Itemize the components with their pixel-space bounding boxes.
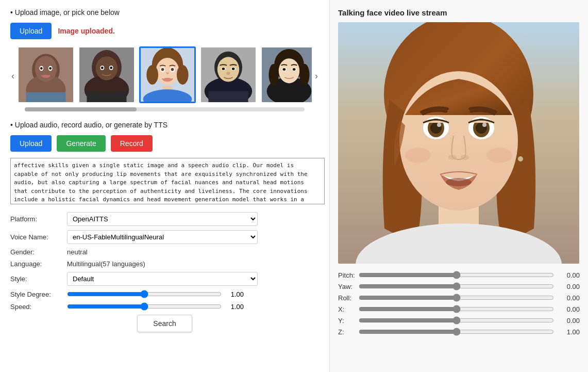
tts-textarea[interactable]: affective skills given a single static i… xyxy=(10,158,325,204)
gallery-prev-button[interactable]: ‹ xyxy=(10,71,15,82)
audio-buttons: Upload Generate Record xyxy=(10,135,319,152)
pitch-value: 0.00 xyxy=(554,271,580,279)
svg-point-70 xyxy=(518,156,523,161)
svg-point-49 xyxy=(293,68,296,71)
z-label: Z: xyxy=(338,328,359,336)
style-degree-slider[interactable] xyxy=(67,290,222,298)
image-upload-row: Upload Image uploaded. xyxy=(10,23,319,39)
gallery-scroll-track[interactable] xyxy=(25,107,305,111)
language-label: Language: xyxy=(10,260,67,268)
style-select[interactable]: Default Cheerful xyxy=(67,272,258,286)
speed-label: Speed: xyxy=(10,303,67,311)
controls-grid: Pitch: 0.00 Yaw: 0.00 Roll: 0.00 X: 0.00… xyxy=(338,271,580,336)
svg-point-69 xyxy=(486,148,512,163)
face-thumb-3[interactable] xyxy=(139,46,196,103)
speed-value: 1.00 xyxy=(226,303,244,311)
right-panel: Talking face video live stream xyxy=(330,0,588,372)
svg-point-8 xyxy=(42,75,49,78)
svg-point-60 xyxy=(437,123,441,127)
audio-section-title: Upload audio, record audio, or generate … xyxy=(10,121,319,129)
svg-point-28 xyxy=(163,78,172,82)
svg-rect-18 xyxy=(87,91,126,102)
gallery-scroll-thumb xyxy=(25,107,137,111)
gender-value: neutral xyxy=(67,248,319,256)
image-upload-button[interactable]: Upload xyxy=(10,23,52,39)
svg-point-67 xyxy=(446,178,472,186)
svg-point-3 xyxy=(35,56,57,82)
video-preview xyxy=(338,22,579,264)
svg-point-50 xyxy=(268,64,278,86)
x-label: X: xyxy=(338,305,359,313)
svg-point-38 xyxy=(232,68,235,70)
svg-point-26 xyxy=(161,68,164,71)
svg-point-66 xyxy=(461,155,469,160)
svg-point-27 xyxy=(171,68,174,71)
platform-label: Platform: xyxy=(10,215,67,223)
right-panel-title: Talking face video live stream xyxy=(338,8,580,17)
audio-upload-button[interactable]: Upload xyxy=(10,135,52,152)
style-degree-label: Style Degree: xyxy=(10,290,67,298)
gallery-scrollbar xyxy=(10,107,319,111)
z-slider[interactable] xyxy=(359,328,554,336)
search-button[interactable]: Search xyxy=(137,315,192,332)
face-gallery xyxy=(18,46,312,103)
face-thumb-5[interactable] xyxy=(261,46,312,103)
yaw-value: 0.00 xyxy=(554,283,580,290)
z-value: 1.00 xyxy=(554,328,580,336)
svg-point-30 xyxy=(177,65,189,85)
face-thumb-1[interactable] xyxy=(18,46,74,103)
x-value: 0.00 xyxy=(554,305,580,313)
svg-point-37 xyxy=(222,68,225,70)
roll-value: 0.00 xyxy=(554,294,580,302)
upload-status: Image uploaded. xyxy=(58,27,114,35)
svg-point-65 xyxy=(448,155,457,160)
audio-generate-button[interactable]: Generate xyxy=(57,135,105,152)
search-btn-area: Search xyxy=(10,315,319,332)
svg-point-51 xyxy=(299,64,309,86)
svg-point-7 xyxy=(49,67,52,70)
audio-record-button[interactable]: Record xyxy=(111,135,153,152)
svg-point-17 xyxy=(110,67,112,69)
svg-point-48 xyxy=(282,68,285,71)
style-degree-value: 1.00 xyxy=(226,290,244,298)
gender-label: Gender: xyxy=(10,248,67,256)
platform-select[interactable]: OpenAITTS Azure TTS xyxy=(67,212,258,226)
svg-point-16 xyxy=(101,67,104,69)
left-panel: Upload image, or pick one below Upload I… xyxy=(0,0,330,372)
image-section-title: Upload image, or pick one below xyxy=(10,8,319,17)
yaw-label: Yaw: xyxy=(338,283,359,290)
face-thumb-2[interactable] xyxy=(78,46,135,103)
speed-row: 1.00 xyxy=(67,302,319,311)
style-label: Style: xyxy=(10,275,67,283)
svg-point-45 xyxy=(279,58,299,83)
svg-point-68 xyxy=(405,148,431,163)
voice-name-select[interactable]: en-US-FableMultilingualNeural en-US-Aria… xyxy=(67,230,258,244)
yaw-slider[interactable] xyxy=(359,282,554,290)
svg-point-64 xyxy=(482,123,486,127)
roll-label: Roll: xyxy=(338,294,359,302)
svg-rect-9 xyxy=(26,92,65,102)
gallery-next-button[interactable]: › xyxy=(314,71,319,82)
face-thumb-4[interactable] xyxy=(200,46,257,103)
x-slider[interactable] xyxy=(359,305,554,313)
style-degree-row: 1.00 xyxy=(67,290,319,298)
svg-point-13 xyxy=(96,56,117,80)
tts-form: Platform: OpenAITTS Azure TTS Voice Name… xyxy=(10,212,319,311)
y-label: Y: xyxy=(338,317,359,325)
svg-point-6 xyxy=(40,67,43,70)
face-gallery-wrapper: ‹ xyxy=(10,46,319,105)
y-slider[interactable] xyxy=(359,316,554,325)
language-value: Multilingual(57 languages) xyxy=(67,260,319,268)
y-value: 0.00 xyxy=(554,317,580,325)
audio-section: Upload audio, record audio, or generate … xyxy=(10,121,319,206)
speed-slider[interactable] xyxy=(67,302,222,311)
pitch-label: Pitch: xyxy=(338,271,359,279)
svg-point-29 xyxy=(146,65,158,85)
svg-rect-41 xyxy=(208,91,248,102)
pitch-slider[interactable] xyxy=(359,271,554,279)
svg-point-39 xyxy=(226,72,230,75)
voice-name-label: Voice Name: xyxy=(10,233,67,241)
roll-slider[interactable] xyxy=(359,294,554,302)
